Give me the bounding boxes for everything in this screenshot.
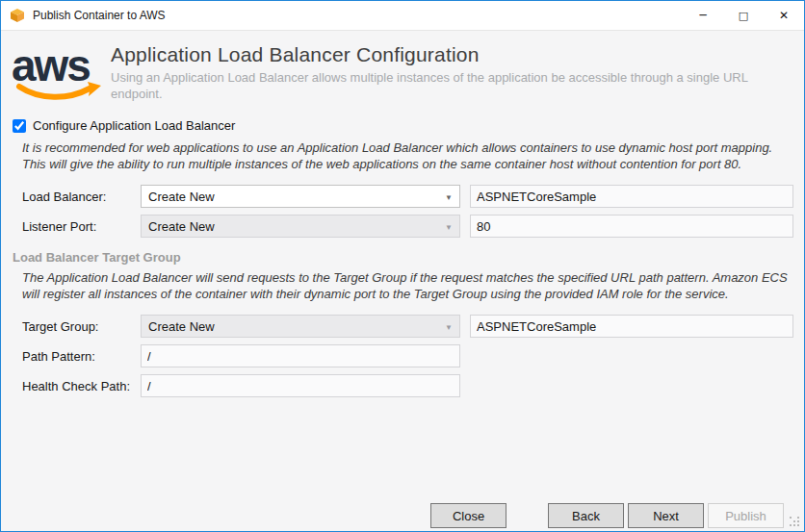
close-button[interactable]: Close [430,503,506,528]
listener-port-combo-value: Create New [148,219,215,234]
aws-package-icon [10,8,25,23]
listener-port-row: Listener Port: Create New ▼ [22,215,804,238]
chevron-down-icon: ▼ [445,193,453,202]
health-check-path-label: Health Check Path: [22,379,141,393]
load-balancer-name-input[interactable] [470,185,793,208]
health-check-path-row: Health Check Path: [22,374,804,397]
title-bar: Publish Container to AWS ─ □ ✕ [1,1,804,31]
target-group-row: Target Group: Create New ▼ [22,315,804,338]
target-group-section-title: Load Balancer Target Group [13,250,804,265]
load-balancer-combo-value: Create New [148,190,215,204]
aws-logo: aws [11,42,103,104]
publish-button: Publish [708,503,784,528]
target-group-combo-value: Create New [148,319,215,334]
svg-text:aws: aws [12,42,90,90]
window-title: Publish Container to AWS [33,9,166,22]
target-group-name-input[interactable] [470,315,793,338]
load-balancer-row: Load Balancer: Create New ▼ [22,185,804,208]
listener-port-combobox: Create New ▼ [141,215,460,238]
page-subtitle: Using an Application Load Balancer allow… [111,69,785,102]
chevron-down-icon: ▼ [445,223,453,232]
chevron-down-icon: ▼ [445,323,453,332]
listener-port-input[interactable] [470,215,793,238]
listener-port-label: Listener Port: [22,219,141,234]
health-check-path-input[interactable] [141,374,460,397]
alb-note: It is recommended for web applications t… [22,139,791,172]
page-title: Application Load Balancer Configuration [111,43,785,66]
target-group-note: The Application Load Balancer will send … [22,269,791,302]
maximize-icon[interactable]: □ [723,1,764,31]
configure-alb-label: Configure Application Load Balancer [33,118,235,133]
back-button[interactable]: Back [548,503,624,528]
resize-grip[interactable] [789,516,800,527]
load-balancer-label: Load Balancer: [22,190,141,204]
publish-container-dialog: Publish Container to AWS ─ □ ✕ aws Appli… [0,0,805,532]
header: aws Application Load Balancer Configurat… [1,31,804,104]
target-group-label: Target Group: [22,319,141,334]
next-button[interactable]: Next [628,503,704,528]
configure-alb-checkbox[interactable] [13,119,26,133]
minimize-icon[interactable]: ─ [683,1,723,31]
path-pattern-input[interactable] [141,344,460,367]
path-pattern-label: Path Pattern: [22,349,141,364]
footer-button-bar: Close Back Next Publish [430,503,784,528]
target-group-combobox: Create New ▼ [141,315,460,338]
close-icon[interactable]: ✕ [764,1,804,31]
configure-alb-checkbox-row[interactable]: Configure Application Load Balancer [13,118,804,133]
path-pattern-row: Path Pattern: [22,344,804,367]
load-balancer-combobox[interactable]: Create New ▼ [141,185,460,208]
